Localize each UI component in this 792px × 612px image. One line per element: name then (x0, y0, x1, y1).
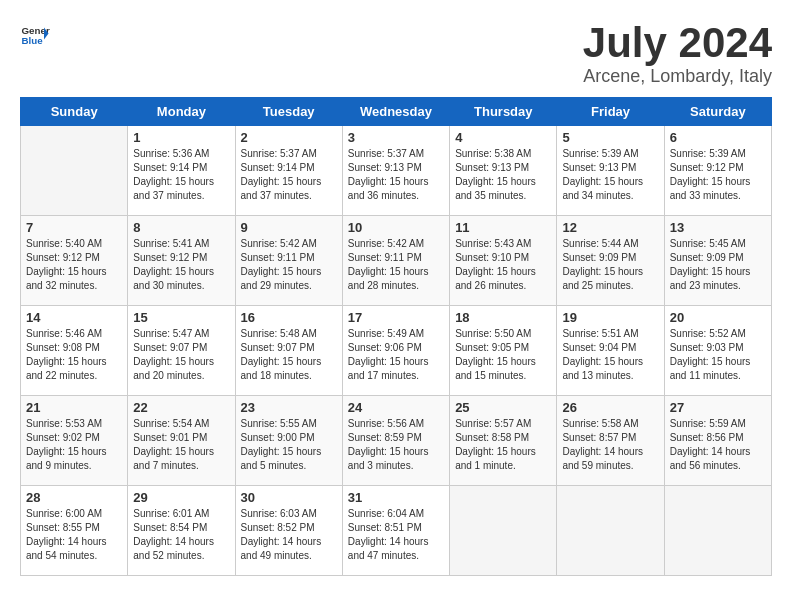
logo: General Blue (20, 20, 50, 50)
calendar-cell: 12Sunrise: 5:44 AM Sunset: 9:09 PM Dayli… (557, 216, 664, 306)
day-info: Sunrise: 5:51 AM Sunset: 9:04 PM Dayligh… (562, 327, 658, 383)
calendar-cell (21, 126, 128, 216)
calendar-cell: 19Sunrise: 5:51 AM Sunset: 9:04 PM Dayli… (557, 306, 664, 396)
day-number: 20 (670, 310, 766, 325)
calendar-cell: 31Sunrise: 6:04 AM Sunset: 8:51 PM Dayli… (342, 486, 449, 576)
calendar-cell (664, 486, 771, 576)
calendar-cell: 28Sunrise: 6:00 AM Sunset: 8:55 PM Dayli… (21, 486, 128, 576)
day-info: Sunrise: 5:48 AM Sunset: 9:07 PM Dayligh… (241, 327, 337, 383)
weekday-header-tuesday: Tuesday (235, 98, 342, 126)
day-number: 28 (26, 490, 122, 505)
day-info: Sunrise: 5:57 AM Sunset: 8:58 PM Dayligh… (455, 417, 551, 473)
title-area: July 2024 Arcene, Lombardy, Italy (583, 20, 772, 87)
calendar-week-row: 7Sunrise: 5:40 AM Sunset: 9:12 PM Daylig… (21, 216, 772, 306)
calendar-cell: 13Sunrise: 5:45 AM Sunset: 9:09 PM Dayli… (664, 216, 771, 306)
calendar-cell: 16Sunrise: 5:48 AM Sunset: 9:07 PM Dayli… (235, 306, 342, 396)
day-info: Sunrise: 5:52 AM Sunset: 9:03 PM Dayligh… (670, 327, 766, 383)
calendar-cell: 4Sunrise: 5:38 AM Sunset: 9:13 PM Daylig… (450, 126, 557, 216)
day-number: 13 (670, 220, 766, 235)
day-number: 5 (562, 130, 658, 145)
day-info: Sunrise: 5:40 AM Sunset: 9:12 PM Dayligh… (26, 237, 122, 293)
day-number: 26 (562, 400, 658, 415)
calendar-cell: 23Sunrise: 5:55 AM Sunset: 9:00 PM Dayli… (235, 396, 342, 486)
calendar-cell: 26Sunrise: 5:58 AM Sunset: 8:57 PM Dayli… (557, 396, 664, 486)
calendar-cell: 11Sunrise: 5:43 AM Sunset: 9:10 PM Dayli… (450, 216, 557, 306)
day-info: Sunrise: 5:46 AM Sunset: 9:08 PM Dayligh… (26, 327, 122, 383)
calendar-cell: 25Sunrise: 5:57 AM Sunset: 8:58 PM Dayli… (450, 396, 557, 486)
day-number: 6 (670, 130, 766, 145)
day-info: Sunrise: 5:56 AM Sunset: 8:59 PM Dayligh… (348, 417, 444, 473)
calendar-cell (450, 486, 557, 576)
calendar-week-row: 1Sunrise: 5:36 AM Sunset: 9:14 PM Daylig… (21, 126, 772, 216)
day-number: 1 (133, 130, 229, 145)
day-number: 30 (241, 490, 337, 505)
day-info: Sunrise: 5:49 AM Sunset: 9:06 PM Dayligh… (348, 327, 444, 383)
day-number: 27 (670, 400, 766, 415)
day-number: 7 (26, 220, 122, 235)
calendar-cell: 7Sunrise: 5:40 AM Sunset: 9:12 PM Daylig… (21, 216, 128, 306)
day-info: Sunrise: 5:38 AM Sunset: 9:13 PM Dayligh… (455, 147, 551, 203)
weekday-header-sunday: Sunday (21, 98, 128, 126)
day-number: 14 (26, 310, 122, 325)
day-number: 8 (133, 220, 229, 235)
day-number: 23 (241, 400, 337, 415)
day-info: Sunrise: 5:53 AM Sunset: 9:02 PM Dayligh… (26, 417, 122, 473)
calendar-cell: 10Sunrise: 5:42 AM Sunset: 9:11 PM Dayli… (342, 216, 449, 306)
day-info: Sunrise: 5:59 AM Sunset: 8:56 PM Dayligh… (670, 417, 766, 473)
day-info: Sunrise: 6:01 AM Sunset: 8:54 PM Dayligh… (133, 507, 229, 563)
calendar-cell: 29Sunrise: 6:01 AM Sunset: 8:54 PM Dayli… (128, 486, 235, 576)
day-number: 31 (348, 490, 444, 505)
day-info: Sunrise: 5:45 AM Sunset: 9:09 PM Dayligh… (670, 237, 766, 293)
calendar-cell: 8Sunrise: 5:41 AM Sunset: 9:12 PM Daylig… (128, 216, 235, 306)
day-info: Sunrise: 5:44 AM Sunset: 9:09 PM Dayligh… (562, 237, 658, 293)
day-info: Sunrise: 6:03 AM Sunset: 8:52 PM Dayligh… (241, 507, 337, 563)
day-number: 4 (455, 130, 551, 145)
day-number: 16 (241, 310, 337, 325)
day-info: Sunrise: 5:43 AM Sunset: 9:10 PM Dayligh… (455, 237, 551, 293)
day-info: Sunrise: 5:37 AM Sunset: 9:13 PM Dayligh… (348, 147, 444, 203)
day-number: 18 (455, 310, 551, 325)
calendar-cell: 30Sunrise: 6:03 AM Sunset: 8:52 PM Dayli… (235, 486, 342, 576)
weekday-header-row: SundayMondayTuesdayWednesdayThursdayFrid… (21, 98, 772, 126)
location-title: Arcene, Lombardy, Italy (583, 66, 772, 87)
day-info: Sunrise: 5:37 AM Sunset: 9:14 PM Dayligh… (241, 147, 337, 203)
calendar-cell (557, 486, 664, 576)
day-number: 9 (241, 220, 337, 235)
day-info: Sunrise: 5:47 AM Sunset: 9:07 PM Dayligh… (133, 327, 229, 383)
day-info: Sunrise: 5:54 AM Sunset: 9:01 PM Dayligh… (133, 417, 229, 473)
calendar-cell: 14Sunrise: 5:46 AM Sunset: 9:08 PM Dayli… (21, 306, 128, 396)
day-info: Sunrise: 5:36 AM Sunset: 9:14 PM Dayligh… (133, 147, 229, 203)
day-number: 19 (562, 310, 658, 325)
day-info: Sunrise: 6:00 AM Sunset: 8:55 PM Dayligh… (26, 507, 122, 563)
calendar-cell: 9Sunrise: 5:42 AM Sunset: 9:11 PM Daylig… (235, 216, 342, 306)
calendar-week-row: 14Sunrise: 5:46 AM Sunset: 9:08 PM Dayli… (21, 306, 772, 396)
calendar-cell: 27Sunrise: 5:59 AM Sunset: 8:56 PM Dayli… (664, 396, 771, 486)
weekday-header-saturday: Saturday (664, 98, 771, 126)
day-info: Sunrise: 5:39 AM Sunset: 9:13 PM Dayligh… (562, 147, 658, 203)
day-info: Sunrise: 5:50 AM Sunset: 9:05 PM Dayligh… (455, 327, 551, 383)
day-number: 22 (133, 400, 229, 415)
day-info: Sunrise: 5:41 AM Sunset: 9:12 PM Dayligh… (133, 237, 229, 293)
calendar-cell: 17Sunrise: 5:49 AM Sunset: 9:06 PM Dayli… (342, 306, 449, 396)
calendar-cell: 2Sunrise: 5:37 AM Sunset: 9:14 PM Daylig… (235, 126, 342, 216)
day-number: 24 (348, 400, 444, 415)
calendar-cell: 1Sunrise: 5:36 AM Sunset: 9:14 PM Daylig… (128, 126, 235, 216)
month-title: July 2024 (583, 20, 772, 66)
day-info: Sunrise: 6:04 AM Sunset: 8:51 PM Dayligh… (348, 507, 444, 563)
day-number: 21 (26, 400, 122, 415)
calendar-week-row: 21Sunrise: 5:53 AM Sunset: 9:02 PM Dayli… (21, 396, 772, 486)
day-number: 17 (348, 310, 444, 325)
calendar-cell: 15Sunrise: 5:47 AM Sunset: 9:07 PM Dayli… (128, 306, 235, 396)
header: General Blue July 2024 Arcene, Lombardy,… (20, 20, 772, 87)
calendar-cell: 21Sunrise: 5:53 AM Sunset: 9:02 PM Dayli… (21, 396, 128, 486)
day-info: Sunrise: 5:42 AM Sunset: 9:11 PM Dayligh… (241, 237, 337, 293)
day-number: 10 (348, 220, 444, 235)
calendar-cell: 3Sunrise: 5:37 AM Sunset: 9:13 PM Daylig… (342, 126, 449, 216)
calendar-cell: 22Sunrise: 5:54 AM Sunset: 9:01 PM Dayli… (128, 396, 235, 486)
calendar-week-row: 28Sunrise: 6:00 AM Sunset: 8:55 PM Dayli… (21, 486, 772, 576)
weekday-header-wednesday: Wednesday (342, 98, 449, 126)
weekday-header-thursday: Thursday (450, 98, 557, 126)
day-number: 29 (133, 490, 229, 505)
svg-text:Blue: Blue (22, 35, 44, 46)
generalblue-logo-icon: General Blue (20, 20, 50, 50)
